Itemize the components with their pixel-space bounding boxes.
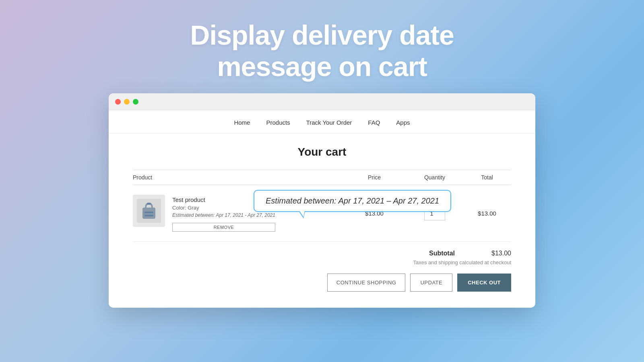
col-header-price: Price (342, 174, 407, 181)
browser-titlebar (109, 93, 535, 110)
cart-actions: CONTINUE SHOPPING UPDATE CHECK OUT (133, 274, 511, 292)
svg-rect-4 (147, 203, 151, 205)
product-delivery-text: Estimated between: Apr 17, 2021 - Apr 27… (172, 212, 275, 218)
browser-window: Home Products Track Your Order FAQ Apps … (109, 93, 535, 308)
product-thumbnail-svg (137, 199, 161, 223)
nav-faq[interactable]: FAQ (368, 119, 380, 126)
cart-subtotal: Subtotal $13.00 Taxes and shipping calcu… (133, 250, 511, 265)
total-cell: $13.00 (463, 210, 511, 217)
subtotal-row: Subtotal $13.00 (429, 250, 511, 257)
cart-table-header: Product Price Quantity Total (133, 170, 511, 185)
update-button[interactable]: UPDATE (410, 274, 452, 292)
subtotal-value: $13.00 (479, 250, 511, 257)
nav-products[interactable]: Products (266, 119, 290, 126)
maximize-button[interactable] (133, 99, 138, 105)
close-button[interactable] (115, 99, 121, 105)
product-image (133, 195, 165, 227)
cart-body: Your cart Product Price Quantity Total E… (109, 134, 535, 308)
tax-note: Taxes and shipping calculated at checkou… (413, 259, 511, 265)
nav-track-order[interactable]: Track Your Order (306, 119, 352, 126)
hero-title: Display delivery date message on cart (190, 19, 454, 82)
checkout-button[interactable]: CHECK OUT (457, 274, 511, 292)
col-header-total: Total (463, 174, 511, 181)
item-total: $13.00 (478, 210, 496, 217)
minimize-button[interactable] (124, 99, 130, 105)
cart-item-row: Estimated between: Apr 17, 2021 – Apr 27… (133, 185, 511, 242)
traffic-lights (115, 99, 138, 105)
browser-content: Home Products Track Your Order FAQ Apps … (109, 110, 535, 308)
delivery-tooltip: Estimated between: Apr 17, 2021 – Apr 27… (254, 190, 451, 212)
subtotal-label: Subtotal (429, 250, 455, 257)
remove-button[interactable]: REMOVE (172, 223, 275, 232)
continue-shopping-button[interactable]: CONTINUE SHOPPING (327, 274, 406, 292)
nav-apps[interactable]: Apps (396, 119, 410, 126)
col-header-product: Product (133, 174, 342, 181)
store-nav: Home Products Track Your Order FAQ Apps (109, 110, 535, 134)
col-header-quantity: Quantity (407, 174, 463, 181)
cart-title: Your cart (133, 146, 511, 158)
nav-home[interactable]: Home (234, 119, 250, 126)
